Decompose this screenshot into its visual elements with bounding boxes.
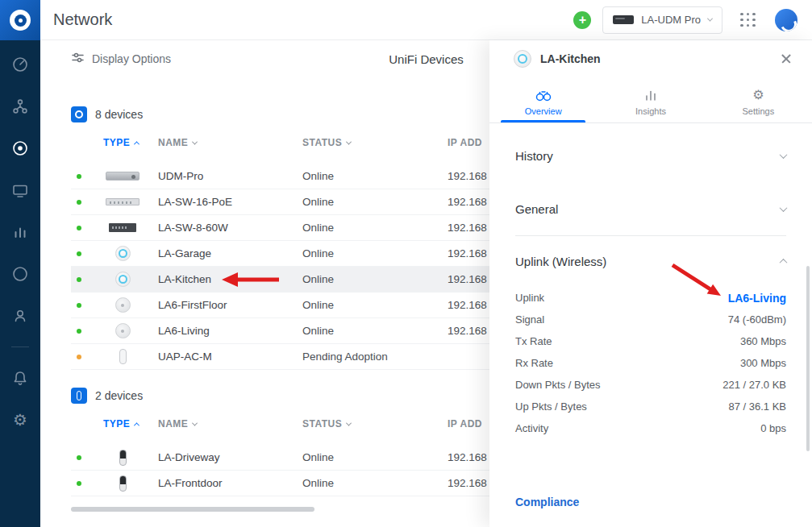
app-header: Network + LA-UDM Pro (40, 0, 812, 40)
uplink-details: Uplink LA6-Living Signal 74 (-60dBm) Tx … (515, 287, 786, 439)
panel-tabs: Overview Insights ⚙ Settings (489, 77, 812, 123)
site-selector-dropdown[interactable]: LA-UDM Pro (602, 6, 722, 34)
column-header-type[interactable]: TYPE (103, 137, 158, 148)
sidebar-item-topology[interactable] (0, 85, 40, 127)
unifi-logo-icon (10, 10, 31, 31)
bar-chart-icon (643, 88, 658, 102)
sidebar-item-notifications[interactable] (0, 357, 40, 399)
status-dot (77, 303, 81, 308)
sidebar-item-hotspot[interactable] (0, 295, 40, 337)
status-dot (77, 251, 81, 256)
device-image (115, 323, 131, 338)
device-name: LA-SW-8-60W (158, 222, 302, 234)
sort-asc-icon (134, 422, 139, 428)
section-general[interactable]: General (515, 197, 786, 220)
chevron-down-icon (192, 139, 198, 144)
uplink-device-link[interactable]: LA6-Living (728, 292, 786, 305)
device-name: LA-Frontdoor (158, 477, 302, 489)
device-image (106, 198, 139, 205)
vertical-scrollbar[interactable] (806, 266, 810, 451)
status-dot (77, 277, 81, 282)
section-uplink-wireless[interactable]: Uplink (Wireless) (515, 250, 786, 272)
device-image (115, 246, 131, 261)
device-status: Online (302, 273, 448, 285)
plus-icon: + (579, 14, 586, 27)
account-avatar[interactable] (775, 9, 797, 31)
tab-label: Overview (525, 106, 562, 116)
tab-label: Insights (635, 106, 666, 116)
apps-grid-icon[interactable] (740, 13, 756, 27)
clients-icon (11, 181, 29, 199)
tab-settings[interactable]: ⚙ Settings (705, 77, 812, 122)
status-dot (77, 455, 81, 460)
section-divider (515, 235, 786, 236)
status-dot (77, 200, 81, 205)
app-title: Network (53, 10, 112, 29)
device-count: 2 devices (95, 389, 143, 402)
close-icon[interactable] (778, 51, 794, 67)
sidebar-item-settings[interactable]: ⚙ (0, 399, 40, 441)
device-name: LA-Garage (158, 247, 302, 259)
sidebar-item-clients[interactable] (0, 169, 40, 211)
sidebar-item-unifi-devices[interactable] (0, 127, 40, 169)
column-header-name[interactable]: NAME (158, 137, 302, 148)
unifi-logo[interactable] (0, 0, 40, 40)
dashboard-icon (11, 56, 29, 73)
column-header-status[interactable]: STATUS (302, 418, 448, 429)
device-status: Online (302, 222, 448, 234)
detail-row: Rx Rate 300 Mbps (515, 352, 786, 374)
sidebar-item-dashboard[interactable] (0, 44, 40, 85)
device-name: LA6-Living (158, 325, 302, 337)
detail-row: Up Pkts / Bytes 87 / 36.1 KB (515, 396, 786, 417)
gear-icon: ⚙ (13, 412, 27, 428)
panel-body: History General Uplink (Wireless) Uplink… (489, 144, 812, 508)
display-options-button[interactable]: Display Options (71, 51, 171, 67)
device-image (109, 223, 136, 232)
chevron-down-icon (780, 204, 788, 212)
device-image (115, 272, 131, 287)
horizontal-scrollbar[interactable] (71, 507, 314, 512)
devices-icon (11, 139, 29, 157)
tab-overview[interactable]: Overview (489, 77, 597, 122)
device-name: LA-Kitchen (158, 273, 302, 285)
status-dot (77, 481, 81, 486)
sidebar-item-radios[interactable] (0, 253, 40, 295)
chevron-down-icon (707, 16, 713, 22)
chevron-up-icon (780, 258, 788, 266)
device-status: Online (302, 477, 448, 489)
device-image (119, 450, 127, 466)
column-header-status[interactable]: STATUS (302, 137, 448, 148)
device-image (119, 475, 127, 492)
device-detail-panel: LA-Kitchen Overview Insights ⚙ Settings … (489, 40, 812, 527)
device-status: Online (302, 170, 448, 182)
statistics-icon (11, 223, 29, 241)
device-status: Online (302, 451, 448, 463)
device-status: Online (302, 299, 448, 311)
protect-camera-group-icon (71, 388, 87, 404)
column-header-name[interactable]: NAME (158, 418, 302, 429)
device-name: UAP-AC-M (158, 351, 302, 363)
topology-icon (11, 98, 29, 115)
sidebar-divider (11, 346, 29, 347)
column-header-type[interactable]: TYPE (103, 418, 158, 429)
device-name: LA6-FirstFloor (158, 299, 302, 311)
bell-icon (11, 369, 29, 387)
detail-row: Tx Rate 360 Mbps (515, 330, 786, 352)
device-image (115, 297, 131, 313)
device-count: 8 devices (95, 108, 143, 121)
chevron-down-icon (192, 420, 198, 425)
tab-insights[interactable]: Insights (597, 77, 704, 122)
sliders-icon (71, 51, 85, 67)
binoculars-icon (535, 88, 552, 102)
status-dot (77, 329, 81, 334)
add-button[interactable]: + (573, 11, 591, 29)
detail-row: Signal 74 (-60dBm) (515, 309, 786, 330)
hotspot-icon (11, 307, 29, 325)
compliance-link[interactable]: Compliance (515, 496, 786, 508)
tab-label: Settings (742, 106, 774, 116)
site-selector-label: LA-UDM Pro (641, 14, 701, 26)
section-history[interactable]: History (515, 144, 786, 167)
sidebar-item-statistics[interactable] (0, 211, 40, 253)
status-dot (77, 355, 81, 359)
chevron-down-icon (346, 139, 352, 144)
